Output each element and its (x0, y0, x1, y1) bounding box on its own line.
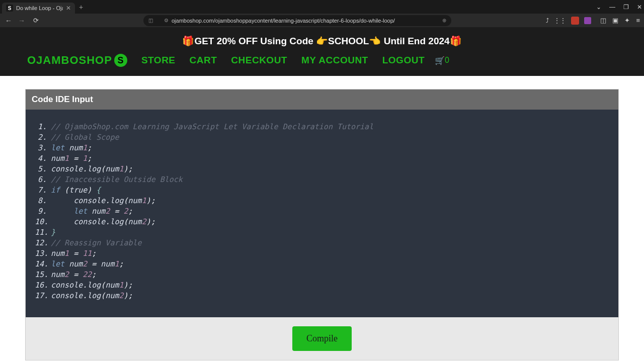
line-number: 4. (35, 153, 51, 164)
line-number: 16. (35, 280, 51, 291)
back-button[interactable]: ← (4, 17, 13, 25)
browser-titlebar: S Do while Loop - OjamboSh ✕ + ⌄ — ❐ ✕ (0, 0, 644, 14)
nav-my-account[interactable]: MY ACCOUNT (301, 55, 368, 66)
minimize-button[interactable]: — (609, 4, 615, 11)
line-number: 13. (35, 248, 51, 259)
line-number: 3. (35, 143, 51, 153)
line-content: let num2 = num1; (51, 259, 124, 269)
line-content: console.log(num1); (51, 164, 133, 174)
sidebar-icon[interactable]: ◫ (600, 17, 606, 24)
tab-favicon: S (6, 5, 13, 12)
browser-tab[interactable]: S Do while Loop - OjamboSh ✕ (2, 3, 75, 14)
line-content: // Inaccessible Outside Block (51, 174, 183, 185)
line-number: 14. (35, 259, 51, 269)
code-line: 9. let num2 = 2; (35, 206, 609, 217)
cart-count: 0 (445, 56, 449, 65)
line-content: num2 = 22; (51, 269, 96, 280)
rss-icon[interactable]: ⋮⋮ (554, 17, 566, 24)
line-number: 9. (35, 206, 51, 217)
zoom-icon[interactable]: ⊕ (442, 18, 446, 23)
share-icon[interactable]: ⤴ (546, 17, 549, 24)
code-line: 8. console.log(num1); (35, 196, 609, 206)
menu-icon[interactable]: ≡ (636, 17, 640, 24)
site-header: 🎁GET 20% OFF Using Code 👉SCHOOL👈 Until E… (0, 27, 644, 76)
main-content: Code IDE Input 1.// OjamboShop.com Learn… (0, 76, 644, 362)
line-number: 7. (35, 185, 51, 196)
close-button[interactable]: ✕ (637, 4, 642, 11)
line-content: // Global Scope (51, 132, 119, 143)
forward-button: → (17, 17, 26, 25)
sparkle-icon[interactable]: ✦ (624, 17, 630, 24)
line-number: 15. (35, 269, 51, 280)
line-number: 1. (35, 122, 51, 132)
code-line: 11.} (35, 227, 609, 238)
window-controls: ⌄ — ❐ ✕ (596, 4, 642, 11)
browser-toolbar: ← → ⟳ ◫ ⚙ ojamboshop.com/ojamboshoppayco… (0, 14, 644, 27)
line-number: 17. (35, 291, 51, 301)
line-number: 2. (35, 132, 51, 143)
line-content: num1 = 11; (51, 248, 96, 259)
code-ide-panel: Code IDE Input 1.// OjamboShop.com Learn… (25, 89, 619, 360)
line-number: 11. (35, 227, 51, 238)
line-content: console.log(num2); (51, 291, 133, 301)
line-content: if (true) { (51, 185, 101, 196)
line-number: 8. (35, 196, 51, 206)
promo-banner: 🎁GET 20% OFF Using Code 👉SCHOOL👈 Until E… (0, 33, 644, 54)
line-content: console.log(num2); (51, 217, 155, 227)
page-scroll[interactable]: 🎁GET 20% OFF Using Code 👉SCHOOL👈 Until E… (0, 27, 644, 362)
code-line: 16.console.log(num1); (35, 280, 609, 291)
code-line: 7.if (true) { (35, 185, 609, 196)
code-line: 1.// OjamboShop.com Learning JavaScript … (35, 122, 609, 132)
logo-text: OJAMBOSHOP (27, 54, 112, 67)
line-number: 5. (35, 164, 51, 174)
compile-section: Compile (26, 317, 618, 360)
line-content: } (51, 227, 55, 238)
line-number: 6. (35, 174, 51, 185)
nav-logout[interactable]: LOGOUT (382, 55, 425, 66)
new-tab-button[interactable]: + (79, 3, 83, 11)
line-content: let num2 = 2; (51, 206, 133, 217)
maximize-button[interactable]: ❐ (623, 4, 629, 11)
url-bar[interactable]: ◫ ⚙ ojamboshop.com/ojamboshoppaycontent/… (143, 15, 451, 26)
line-number: 10. (35, 217, 51, 227)
page-content: 🎁GET 20% OFF Using Code 👉SCHOOL👈 Until E… (0, 27, 644, 362)
cart-icon: 🛒 (435, 56, 445, 65)
extension-icon[interactable] (584, 17, 591, 24)
site-logo[interactable]: OJAMBOSHOP S (27, 54, 127, 67)
line-content: let num1; (51, 143, 92, 153)
chevron-down-icon[interactable]: ⌄ (596, 4, 601, 11)
nav-checkout[interactable]: CHECKOUT (231, 55, 287, 66)
code-ide-header: Code IDE Input (26, 89, 618, 110)
code-line: 6.// Inaccessible Outside Block (35, 174, 609, 185)
code-editor[interactable]: 1.// OjamboShop.com Learning JavaScript … (26, 110, 618, 317)
tab-close-icon[interactable]: ✕ (66, 5, 71, 12)
extension-ublock-icon[interactable] (571, 17, 579, 25)
cart-icon-link[interactable]: 🛒0 (435, 56, 449, 65)
nav-cart[interactable]: CART (190, 55, 217, 66)
line-number: 12. (35, 238, 51, 248)
line-content: // OjamboShop.com Learning JavaScript Le… (51, 122, 373, 132)
code-line: 15.num2 = 22; (35, 269, 609, 280)
code-line: 10. console.log(num2); (35, 217, 609, 227)
line-content: console.log(num1); (51, 196, 155, 206)
toolbar-icons: ⤴ ⋮⋮ (546, 17, 591, 25)
line-content: console.log(num1); (51, 280, 133, 291)
reload-button[interactable]: ⟳ (33, 17, 39, 24)
compile-button[interactable]: Compile (292, 326, 352, 351)
code-line: 13.num1 = 11; (35, 248, 609, 259)
code-line: 14.let num2 = num1; (35, 259, 609, 269)
code-line: 3.let num1; (35, 143, 609, 153)
line-content: // Reassign Variable (51, 238, 142, 248)
nav-store[interactable]: STORE (141, 55, 176, 66)
code-line: 4.num1 = 1; (35, 153, 609, 164)
code-line: 12.// Reassign Variable (35, 238, 609, 248)
tab-title: Do while Loop - OjamboSh (16, 5, 63, 11)
line-content: num1 = 1; (51, 153, 92, 164)
site-settings-icon[interactable]: ⚙ (164, 18, 169, 23)
code-line: 5.console.log(num1); (35, 164, 609, 174)
url-text: ojamboshop.com/ojamboshoppaycontent/lear… (172, 18, 439, 24)
bookmark-icon[interactable]: ◫ (148, 18, 153, 23)
main-nav: OJAMBOSHOP S STORE CART CHECKOUT MY ACCO… (0, 54, 644, 70)
account-icon[interactable]: ▣ (612, 17, 618, 24)
logo-badge: S (114, 54, 127, 67)
